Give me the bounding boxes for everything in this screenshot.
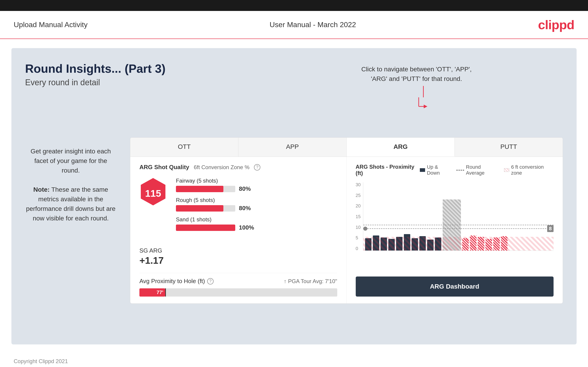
header: Upload Manual Activity User Manual - Mar… [0, 11, 588, 39]
proximity-bar-track: 77' [139, 288, 337, 297]
legend-conversion: 6 ft conversion zone [504, 164, 553, 176]
legend-up-down: Up & Down [420, 164, 451, 176]
dash-right-panel: ARG Shots - Proximity (ft) Up & Down Rou… [346, 157, 563, 303]
chart-header: ARG Shots - Proximity (ft) Up & Down Rou… [356, 164, 554, 176]
y-label-30: 30 [356, 182, 361, 187]
shot-bar-fairway: 80% [176, 185, 337, 192]
hint-arrow [361, 86, 472, 113]
hex-score: 115 [139, 178, 167, 209]
tab-putt[interactable]: PUTT [455, 138, 563, 157]
legend-round-avg-label: Round Average [466, 164, 499, 176]
chart-inner: 30 25 20 15 10 5 0 [356, 182, 554, 251]
legend-round-avg-dash [456, 170, 464, 170]
arrow-vertical [423, 86, 424, 97]
top-bar [0, 0, 588, 11]
page-subtitle: Every round in detail [25, 78, 563, 87]
ref-line: 8 [363, 225, 553, 232]
shot-bar-sand: 100% [176, 224, 337, 231]
shot-bar-rough: 80% [176, 205, 337, 212]
proximity-cursor [165, 288, 166, 297]
footer: Copyright Clippd 2021 [0, 354, 588, 367]
bar-fill-fairway [176, 186, 223, 192]
bar-track-sand [176, 225, 235, 231]
dashboard-body: ARG Shot Quality 6ft Conversion Zone % ?… [130, 157, 563, 303]
sg-section: SG ARG +1.17 [139, 242, 337, 266]
shot-quality-list: Fairway (5 shots) 80% Rou [176, 178, 337, 236]
y-label-20: 20 [356, 204, 361, 208]
dashboard-card: OTT APP ARG PUTT ARG Shot Quality 6ft Co… [130, 137, 563, 304]
sg-label: SG ARG [139, 247, 337, 254]
help-icon[interactable]: ? [254, 164, 260, 170]
content-layout: Get greater insight into each facet of y… [25, 101, 563, 304]
proximity-title: Avg Proximity to Hole (ft) ? [139, 278, 214, 285]
shot-row-sand: Sand (1 shots) 100% [176, 216, 337, 231]
proximity-header: Avg Proximity to Hole (ft) ? ↑ PGA Tour … [139, 278, 337, 285]
insight-text: Get greater insight into each facet of y… [25, 147, 116, 223]
shot-pct-sand: 100% [239, 224, 254, 231]
right-content: Click to navigate between 'OTT', 'APP', … [130, 101, 563, 304]
proximity-bar-fill: 77' [139, 288, 165, 297]
shot-row-rough: Rough (5 shots) 80% [176, 197, 337, 212]
legend-round-avg: Round Average [456, 164, 499, 176]
legend-up-down-label: Up & Down [427, 164, 451, 176]
hex-container: 115 Fairway (5 shots) [139, 178, 337, 236]
proximity-help-icon[interactable]: ? [207, 278, 214, 284]
copyright: Copyright Clippd 2021 [14, 358, 68, 364]
tab-ott[interactable]: OTT [130, 138, 238, 157]
shot-label-fairway: Fairway (5 shots) [176, 178, 337, 184]
chart-bars-container: 8 [363, 182, 553, 251]
sg-value: +1.17 [139, 255, 337, 266]
page-title: Round Insights... (Part 3) [25, 62, 563, 75]
nav-hint-text: Click to navigate between 'OTT', 'APP', … [361, 65, 472, 84]
proximity-section: Avg Proximity to Hole (ft) ? ↑ PGA Tour … [139, 273, 337, 297]
dash-left-panel: ARG Shot Quality 6ft Conversion Zone % ?… [130, 157, 346, 303]
shot-label-sand: Sand (1 shots) [176, 216, 337, 223]
left-panel: Get greater insight into each facet of y… [25, 101, 116, 304]
tab-arg[interactable]: ARG [346, 138, 455, 157]
tabs: OTT APP ARG PUTT [130, 138, 563, 157]
y-label-0: 0 [356, 246, 361, 251]
ref-line-dot [363, 226, 367, 231]
bar-track-fairway [176, 186, 235, 192]
chart-title: ARG Shots - Proximity (ft) [356, 164, 420, 176]
shot-pct-rough: 80% [239, 205, 251, 212]
bar-track-rough [176, 205, 235, 212]
insight-note: Note: [33, 186, 50, 193]
bar-fill-rough [176, 205, 223, 212]
chart-area: 30 25 20 15 10 5 0 [356, 180, 554, 272]
main-content: Round Insights... (Part 3) Every round i… [11, 48, 577, 344]
proximity-value: 77' [156, 290, 163, 295]
shot-pct-fairway: 80% [239, 185, 251, 192]
y-label-5: 5 [356, 235, 361, 240]
ref-line-value: 8 [547, 225, 553, 232]
y-label-25: 25 [356, 193, 361, 198]
y-label-10: 10 [356, 225, 361, 230]
pga-avg: ↑ PGA Tour Avg: 7'10" [284, 278, 337, 284]
arrow-diagonal [405, 97, 428, 113]
legend-up-down-box [420, 168, 425, 172]
upload-manual-link[interactable]: Upload Manual Activity [14, 21, 88, 29]
clippd-logo: clippd [538, 17, 574, 32]
doc-title: User Manual - March 2022 [270, 21, 356, 29]
legend-conversion-label: 6 ft conversion zone [511, 164, 553, 176]
svg-marker-2 [424, 105, 427, 108]
legend-conversion-box [504, 168, 509, 172]
y-label-15: 15 [356, 214, 361, 219]
shot-row-fairway: Fairway (5 shots) 80% [176, 178, 337, 192]
chart-y-axis: 30 25 20 15 10 5 0 [356, 182, 363, 251]
ref-line-dash [367, 228, 546, 229]
arg-dashboard-button[interactable]: ARG Dashboard [356, 276, 554, 297]
nav-hint: Click to navigate between 'OTT', 'APP', … [361, 65, 472, 113]
hex-value: 115 [145, 188, 161, 199]
shaded-zone [363, 237, 553, 250]
shot-label-rough: Rough (5 shots) [176, 197, 337, 203]
bar-fill-sand [176, 225, 235, 231]
conversion-label: 6ft Conversion Zone % [194, 164, 249, 170]
shot-quality-label: ARG Shot Quality [139, 164, 189, 171]
tab-app[interactable]: APP [238, 138, 346, 157]
chart-legend: Up & Down Round Average 6 ft conversion … [420, 164, 553, 176]
section-header: ARG Shot Quality 6ft Conversion Zone % ? [139, 164, 337, 171]
